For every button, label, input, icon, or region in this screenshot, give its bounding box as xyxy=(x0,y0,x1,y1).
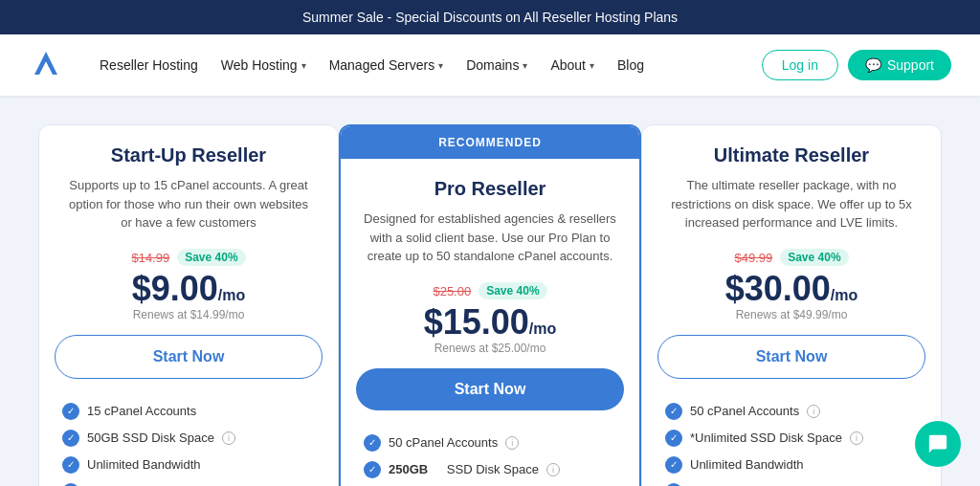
feature-item: ✓ 2GB LVE RAM per cPanel xyxy=(62,478,315,486)
check-icon: ✓ xyxy=(364,461,381,478)
nav-item-about[interactable]: About ▾ xyxy=(541,50,604,80)
nav-links: Reseller Hosting Web Hosting ▾ Managed S… xyxy=(90,50,762,80)
chevron-down-icon: ▾ xyxy=(438,60,443,71)
nav-item-web-hosting[interactable]: Web Hosting ▾ xyxy=(212,50,316,80)
price-row-ultimate: $49.99 Save 40% xyxy=(665,249,918,266)
save-badge-pro: Save 40% xyxy=(479,282,546,299)
support-button[interactable]: 💬 Support xyxy=(848,50,951,80)
nav-item-managed-servers[interactable]: Managed Servers ▾ xyxy=(320,50,454,80)
info-icon[interactable]: i xyxy=(505,436,519,450)
feature-item: ✓ 4GB LVE RAM per cPanel xyxy=(665,478,918,486)
info-icon[interactable]: i xyxy=(807,405,820,418)
renews-text-pro: Renews at $25.00/mo xyxy=(364,342,616,355)
plan-card-ultimate: Ultimate Reseller The ultimate reseller … xyxy=(641,124,942,486)
feature-item: ✓ Unlimited Bandwidth xyxy=(62,452,315,478)
features-list-pro: ✓ 50 cPanel Accounts i ✓ 250GB SSD Disk … xyxy=(341,426,639,486)
logo[interactable] xyxy=(29,48,63,82)
feature-item: ✓ Unlimited Bandwidth xyxy=(364,483,616,486)
nav-item-reseller-hosting[interactable]: Reseller Hosting xyxy=(90,50,208,80)
info-icon[interactable]: i xyxy=(222,431,235,445)
feature-item: ✓ 250GB SSD Disk Space i xyxy=(364,456,616,483)
start-now-button-ultimate[interactable]: Start Now xyxy=(657,335,925,379)
original-price-ultimate: $49.99 xyxy=(734,251,772,265)
nav-item-domains[interactable]: Domains ▾ xyxy=(457,50,537,80)
chevron-down-icon: ▾ xyxy=(301,60,306,71)
chat-bubble-button[interactable] xyxy=(915,421,961,467)
support-icon: 💬 xyxy=(865,57,881,73)
features-list-ultimate: ✓ 50 cPanel Accounts i ✓ *Unlimited SSD … xyxy=(642,394,941,486)
plan-name-pro: Pro Reseller xyxy=(364,178,616,200)
plan-name-startup: Start-Up Reseller xyxy=(62,144,315,166)
feature-item: ✓ 50 cPanel Accounts i xyxy=(665,398,918,425)
check-icon: ✓ xyxy=(665,483,682,486)
plan-card-pro: RECOMMENDED Pro Reseller Designed for es… xyxy=(339,124,641,486)
check-icon: ✓ xyxy=(665,430,682,447)
plan-price-ultimate: $30.00/mo xyxy=(665,270,918,308)
plan-desc-ultimate: The ultimate reseller package, with no r… xyxy=(665,176,918,233)
feature-item: ✓ *Unlimited SSD Disk Space i xyxy=(665,425,918,452)
start-now-button-pro[interactable]: Start Now xyxy=(356,368,624,410)
feature-item: ✓ Unlimited Bandwidth xyxy=(665,452,918,478)
nav-item-blog[interactable]: Blog xyxy=(608,50,654,80)
feature-item: ✓ 50 cPanel Accounts i xyxy=(364,430,616,456)
check-icon: ✓ xyxy=(62,430,79,447)
login-button[interactable]: Log in xyxy=(762,50,838,80)
chevron-down-icon: ▾ xyxy=(523,60,527,71)
info-icon[interactable]: i xyxy=(546,463,560,476)
start-now-button-startup[interactable]: Start Now xyxy=(55,335,323,379)
renews-text-startup: Renews at $14.99/mo xyxy=(62,308,315,321)
nav-actions: Log in 💬 Support xyxy=(762,50,951,80)
plan-name-ultimate: Ultimate Reseller xyxy=(665,144,918,166)
chevron-down-icon: ▾ xyxy=(590,60,594,71)
features-list-startup: ✓ 15 cPanel Accounts ✓ 50GB SSD Disk Spa… xyxy=(39,394,338,486)
save-badge-startup: Save 40% xyxy=(177,249,245,266)
info-icon[interactable]: i xyxy=(850,431,863,445)
plan-desc-pro: Designed for established agencies & rese… xyxy=(364,210,616,267)
check-icon: ✓ xyxy=(62,403,79,420)
recommended-badge: RECOMMENDED xyxy=(341,126,639,159)
plan-price-pro: $15.00/mo xyxy=(364,303,616,342)
check-icon: ✓ xyxy=(665,403,682,420)
original-price-startup: $14.99 xyxy=(131,251,169,265)
check-icon: ✓ xyxy=(364,434,381,452)
feature-item: ✓ 15 cPanel Accounts xyxy=(62,398,315,425)
original-price-pro: $25.00 xyxy=(433,284,471,298)
check-icon: ✓ xyxy=(665,456,682,474)
pricing-section: Start-Up Reseller Supports up to 15 cPan… xyxy=(0,96,980,486)
top-banner: Summer Sale - Special Discounts on All R… xyxy=(0,0,980,34)
plan-price-startup: $9.00/mo xyxy=(62,270,315,308)
plan-desc-startup: Supports up to 15 cPanel accounts. A gre… xyxy=(62,176,315,233)
check-icon: ✓ xyxy=(62,483,79,486)
feature-item: ✓ 50GB SSD Disk Space i xyxy=(62,425,315,452)
save-badge-ultimate: Save 40% xyxy=(780,249,848,266)
banner-text: Summer Sale - Special Discounts on All R… xyxy=(302,10,678,25)
renews-text-ultimate: Renews at $49.99/mo xyxy=(665,308,918,321)
price-row-startup: $14.99 Save 40% xyxy=(62,249,315,266)
price-row-pro: $25.00 Save 40% xyxy=(364,282,616,299)
check-icon: ✓ xyxy=(62,456,79,474)
navigation: Reseller Hosting Web Hosting ▾ Managed S… xyxy=(0,34,980,96)
plan-card-startup: Start-Up Reseller Supports up to 15 cPan… xyxy=(38,124,339,486)
